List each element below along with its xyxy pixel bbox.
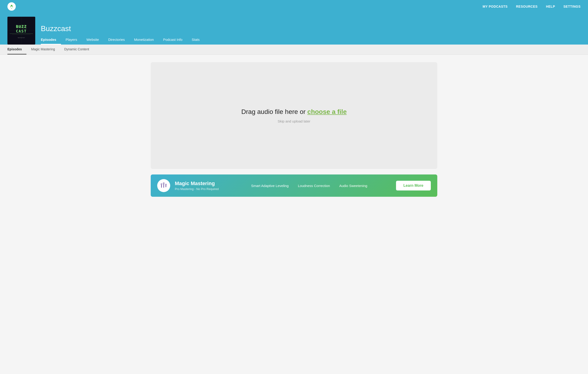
svg-point-12: [161, 183, 162, 185]
feature-audio-sweetening: Audio Sweetening: [339, 184, 367, 188]
podcast-info: Buzzcast Episodes Players Website Direct…: [41, 24, 581, 44]
magic-mastering-subtitle: Pro Mastering - No Pro Required: [175, 187, 219, 191]
svg-text:CAST: CAST: [16, 29, 27, 33]
svg-text:buzzsprout: buzzsprout: [18, 37, 25, 39]
logo[interactable]: [7, 2, 16, 11]
top-navigation: MY PODCASTS RESOURCES HELP SETTINGS: [0, 0, 588, 13]
tab-monetization[interactable]: Monetization: [129, 36, 158, 44]
magic-mastering-title-group: Magic Mastering Pro Mastering - No Pro R…: [175, 181, 219, 191]
podcast-header: BUZZ CAST buzzsprout Buzzcast Episodes P…: [0, 13, 588, 44]
feature-loudness-correction: Loudness Correction: [298, 184, 330, 188]
svg-rect-7: [12, 34, 31, 35]
tab-directories[interactable]: Directories: [104, 36, 130, 44]
learn-more-button[interactable]: Learn More: [396, 181, 431, 191]
nav-links: MY PODCASTS RESOURCES HELP SETTINGS: [483, 5, 581, 8]
drop-zone-static-text: Drag audio file here or: [241, 108, 307, 115]
podcast-artwork: BUZZ CAST buzzsprout: [7, 17, 35, 44]
magic-mastering-title: Magic Mastering: [175, 181, 219, 187]
nav-resources[interactable]: RESOURCES: [516, 5, 537, 8]
tab-episodes[interactable]: Episodes: [41, 36, 61, 44]
svg-rect-6: [10, 33, 33, 34]
sub-nav-episodes[interactable]: Episodes: [7, 44, 26, 54]
nav-my-podcasts[interactable]: MY PODCASTS: [483, 5, 508, 8]
main-content: Drag audio file here or choose a file Sk…: [143, 55, 445, 204]
skip-upload-link[interactable]: Skip and upload later: [278, 119, 310, 123]
podcast-title: Buzzcast: [41, 24, 581, 33]
svg-point-14: [165, 184, 167, 185]
svg-point-13: [163, 182, 164, 184]
feature-smart-adaptive-leveling: Smart Adaptive Leveling: [251, 184, 289, 188]
podcast-art-svg: BUZZ CAST buzzsprout: [7, 17, 35, 44]
magic-mastering-icon-circle: [157, 179, 170, 192]
svg-rect-9: [161, 184, 162, 188]
svg-rect-10: [163, 183, 164, 188]
magic-mastering-banner: Magic Mastering Pro Mastering - No Pro R…: [151, 174, 437, 197]
nav-settings[interactable]: SETTINGS: [563, 5, 581, 8]
magic-mastering-features: Smart Adaptive Leveling Loudness Correct…: [227, 184, 391, 188]
tab-website[interactable]: Website: [82, 36, 104, 44]
choose-file-link[interactable]: choose a file: [307, 108, 347, 115]
sub-nav-magic-mastering[interactable]: Magic Mastering: [26, 44, 60, 54]
nav-help[interactable]: HELP: [546, 5, 555, 8]
magic-mastering-icon: [160, 182, 167, 189]
tab-stats[interactable]: Stats: [187, 36, 204, 44]
logo-icon: [9, 4, 14, 9]
tab-podcast-info[interactable]: Podcast Info: [158, 36, 187, 44]
sub-navigation: Episodes Magic Mastering Dynamic Content: [0, 44, 588, 55]
audio-drop-zone[interactable]: Drag audio file here or choose a file Sk…: [151, 62, 437, 169]
podcast-tabs: Episodes Players Website Directories Mon…: [41, 36, 581, 44]
sub-nav-dynamic-content[interactable]: Dynamic Content: [60, 44, 94, 54]
drop-zone-prompt: Drag audio file here or choose a file: [241, 108, 347, 116]
svg-text:BUZZ: BUZZ: [16, 24, 27, 29]
tab-players[interactable]: Players: [61, 36, 82, 44]
